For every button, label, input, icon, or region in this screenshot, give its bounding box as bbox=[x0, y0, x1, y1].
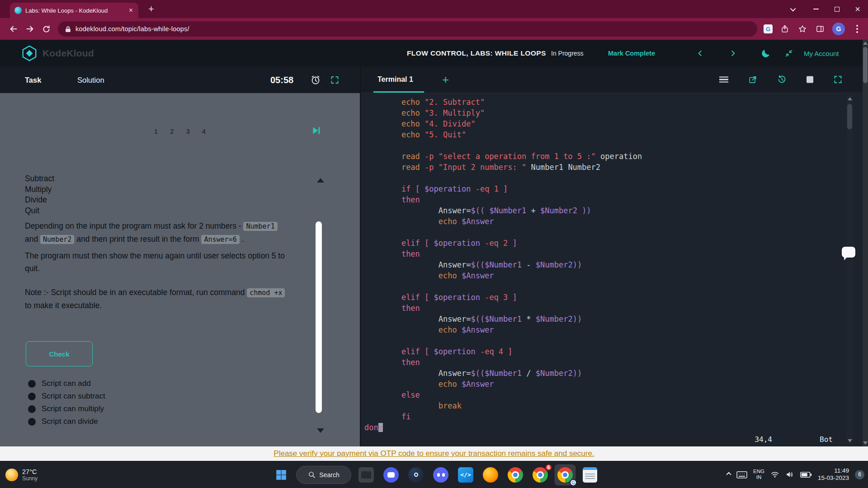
radio-icon[interactable] bbox=[28, 380, 36, 388]
volume-icon[interactable] bbox=[785, 470, 794, 479]
menu-item: Subtract bbox=[25, 174, 321, 184]
payment-warning-link[interactable]: Please verify your payment via OTP code … bbox=[274, 449, 594, 458]
inline-code: Number2 bbox=[40, 235, 74, 244]
task-note: Note :- Script should be in an executabl… bbox=[25, 286, 321, 312]
open-in-new-icon[interactable] bbox=[748, 75, 757, 84]
browser-menu-icon[interactable] bbox=[852, 23, 863, 34]
start-button[interactable] bbox=[271, 465, 291, 485]
vscode-icon: </> bbox=[458, 467, 473, 483]
terminal-scrollbar[interactable] bbox=[846, 95, 853, 445]
restore-session-icon[interactable] bbox=[777, 75, 787, 84]
next-lesson-button[interactable] bbox=[729, 49, 737, 57]
kodekloud-logo-icon bbox=[21, 45, 38, 62]
check-button[interactable]: Check bbox=[26, 341, 93, 366]
page-3[interactable]: 3 bbox=[186, 127, 190, 135]
radio-icon[interactable] bbox=[28, 405, 36, 413]
kodekloud-logo[interactable]: KodeKloud bbox=[21, 45, 94, 62]
bookmark-star-icon[interactable] bbox=[797, 23, 808, 34]
page-scrollbar[interactable] bbox=[863, 40, 868, 446]
page-2[interactable]: 2 bbox=[170, 127, 174, 135]
dark-mode-icon[interactable] bbox=[760, 48, 771, 59]
address-bar[interactable]: kodekloud.com/topic/labs-while-loops/ bbox=[58, 21, 757, 37]
feedback-chat-widget[interactable] bbox=[842, 247, 855, 258]
new-tab-button[interactable]: + bbox=[145, 0, 158, 18]
taskbar-app-chrome[interactable] bbox=[505, 465, 525, 485]
option-script-can-add[interactable]: Script can add bbox=[28, 379, 105, 388]
tray-date: 15-03-2023 bbox=[818, 475, 849, 483]
tab-close-icon[interactable]: × bbox=[128, 7, 134, 14]
page-1[interactable]: 1 bbox=[154, 127, 158, 135]
my-account-link[interactable]: My Account bbox=[804, 49, 839, 57]
option-script-can-multiply[interactable]: Script can multiply bbox=[28, 404, 105, 413]
discord-icon bbox=[433, 467, 448, 483]
taskbar-app-chrome-2[interactable]: 6 bbox=[530, 465, 550, 485]
radio-icon[interactable] bbox=[28, 393, 36, 400]
search-label: Search bbox=[319, 471, 339, 479]
window-minimize-button[interactable] bbox=[806, 0, 826, 18]
taskbar-app-notepad[interactable] bbox=[580, 465, 600, 485]
page-scroll-up-arrow[interactable] bbox=[863, 42, 868, 45]
translate-extension-icon[interactable]: G bbox=[764, 24, 773, 33]
tab-solution[interactable]: Solution bbox=[77, 75, 104, 84]
taskbar-app-vscode[interactable]: </> bbox=[456, 465, 476, 485]
window-app-icon bbox=[359, 467, 374, 483]
weather-widget[interactable]: 27°C Sunny bbox=[5, 468, 38, 482]
taskbar-app-chat[interactable] bbox=[381, 465, 401, 485]
task-pane-header: Task Solution 05:58 bbox=[0, 66, 360, 93]
terminal-scroll-down-arrow[interactable] bbox=[848, 439, 852, 442]
language-switcher[interactable]: ENG IN bbox=[753, 469, 764, 480]
mark-complete-button[interactable]: Mark Complete bbox=[608, 50, 655, 57]
skip-to-end-icon[interactable] bbox=[310, 125, 322, 136]
share-icon[interactable] bbox=[779, 23, 790, 34]
back-button[interactable] bbox=[5, 21, 22, 37]
window-close-button[interactable]: × bbox=[847, 0, 868, 18]
taskbar-search[interactable]: Search bbox=[296, 466, 351, 484]
expand-panel-icon[interactable] bbox=[330, 75, 340, 84]
scroll-down-arrow[interactable] bbox=[317, 428, 324, 433]
taskbar-app-steam[interactable] bbox=[406, 465, 426, 485]
terminal-scroll-up-arrow[interactable] bbox=[848, 97, 852, 100]
reload-button[interactable] bbox=[38, 21, 54, 37]
taskbar-app-firefox[interactable] bbox=[481, 465, 500, 485]
page-4[interactable]: 4 bbox=[202, 127, 206, 135]
side-panel-icon[interactable] bbox=[815, 23, 826, 34]
vim-position: Bot bbox=[820, 435, 833, 444]
taskbar-app-discord[interactable] bbox=[431, 465, 451, 485]
task-scrollbar-thumb[interactable] bbox=[316, 221, 322, 413]
logo-text: KodeKloud bbox=[42, 48, 94, 59]
window-maximize-button[interactable] bbox=[826, 0, 847, 18]
wifi-icon[interactable] bbox=[770, 470, 779, 479]
fullscreen-icon[interactable] bbox=[833, 75, 843, 84]
forward-button[interactable] bbox=[22, 21, 38, 37]
sun-icon bbox=[5, 469, 18, 481]
collapse-view-icon[interactable] bbox=[784, 49, 793, 58]
clock-widget[interactable]: 11:49 15-03-2023 bbox=[818, 467, 849, 483]
new-terminal-button[interactable]: + bbox=[442, 73, 449, 87]
tray-overflow-chevron-icon[interactable] bbox=[726, 472, 731, 477]
touch-keyboard-icon[interactable] bbox=[736, 471, 747, 479]
prev-lesson-button[interactable] bbox=[696, 49, 704, 57]
tab-search-chevron-icon[interactable] bbox=[790, 5, 796, 11]
terminal[interactable]: echo "2. Subtract" echo "3. Multiply" ec… bbox=[361, 93, 863, 446]
taskbar-app-chrome-active[interactable]: G bbox=[555, 465, 575, 485]
notification-count-badge[interactable]: 6 bbox=[855, 470, 864, 479]
profile-avatar[interactable]: G bbox=[832, 23, 845, 35]
tab-terminal-1[interactable]: Terminal 1 bbox=[377, 75, 413, 84]
terminal-menu-icon[interactable] bbox=[719, 75, 728, 84]
page-scrollbar-thumb[interactable] bbox=[863, 47, 868, 83]
option-script-can-subtract[interactable]: Script can subtract bbox=[28, 392, 105, 401]
browser-titlebar: Labs: While Loops - KodeKloud × + × bbox=[0, 0, 868, 18]
terminal-pane: Terminal 1 + bbox=[360, 66, 863, 446]
terminal-scrollbar-thumb[interactable] bbox=[847, 104, 852, 129]
question-pagination: 1 2 3 4 bbox=[0, 127, 360, 135]
stop-vm-icon[interactable] bbox=[807, 76, 813, 83]
kodekloud-app: KodeKloud FLOW CONTROL, LABS: WHILE LOOP… bbox=[0, 40, 868, 446]
browser-tab-active[interactable]: Labs: While Loops - KodeKloud × bbox=[10, 3, 138, 18]
tab-task[interactable]: Task bbox=[25, 75, 41, 84]
page-scroll-down-arrow[interactable] bbox=[863, 441, 868, 445]
battery-icon[interactable] bbox=[800, 472, 812, 478]
scroll-up-arrow[interactable] bbox=[317, 178, 324, 183]
taskbar-app-window[interactable] bbox=[356, 465, 376, 485]
radio-icon[interactable] bbox=[28, 418, 36, 426]
option-script-can-divide[interactable]: Script can divide bbox=[28, 417, 105, 426]
